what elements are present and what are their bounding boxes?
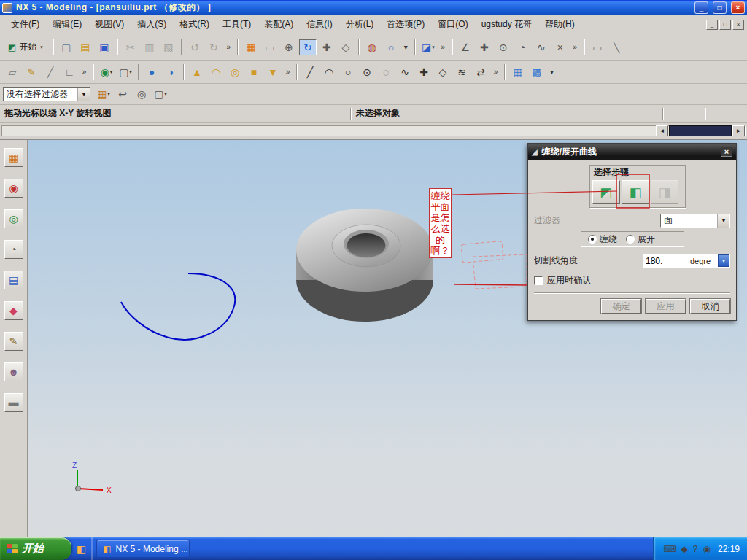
snap-center-icon[interactable]: ⊙ [495,39,512,55]
part-navigator-icon[interactable]: ◎ [4,209,23,228]
selection-filter-combo[interactable]: 没有选择过滤器 ▼ [3,87,90,101]
menu-item-12[interactable]: 帮助(H) [538,15,581,34]
spline-icon[interactable]: ∿ [396,64,414,80]
snap-point-icon[interactable]: ✚ [476,39,493,55]
mdi-minimize-button[interactable]: _ [706,20,718,30]
save-icon[interactable]: ▣ [96,39,113,55]
datum-plane-icon[interactable]: ▱ [4,64,21,80]
restore-button[interactable]: □ [713,1,727,14]
menu-item-0[interactable]: 文件(F) [4,15,46,34]
hole-icon[interactable]: ◎ [226,64,244,80]
menu-item-11[interactable]: ugstudy 花哥 [475,15,538,34]
circle-icon[interactable]: ○ [339,64,357,80]
dialog-titlebar[interactable]: ◢ 缠绕/展开曲线 × [528,144,736,160]
mdi-restore-button[interactable]: □ [719,20,731,30]
cut-angle-input[interactable] [643,256,690,266]
point-icon[interactable]: ✚ [415,64,433,80]
display-more-icon[interactable]: ▾ [401,39,411,55]
isometric-cube-icon[interactable]: ◑ [162,64,179,80]
wrap-radio[interactable] [588,235,597,244]
shaded-cube-icon[interactable]: ● [143,64,160,80]
palette-icon[interactable]: ◆ [4,301,23,320]
combo-arrow-icon[interactable]: ▼ [77,88,90,101]
task-button-nx[interactable]: ◧ NX 5 - Modeling ... [96,540,190,558]
menu-item-2[interactable]: 视图(V) [88,15,131,34]
ime-keyboard-icon[interactable]: ⌨ [663,544,676,554]
snap-toggle-icon[interactable]: ◎ [133,86,150,102]
open-icon[interactable]: ▤ [77,39,94,55]
sketch-icon[interactable]: ✎ [23,64,40,80]
snap-angle-icon[interactable]: ∠ [457,39,474,55]
rectangle-tool-icon[interactable]: ▢▾ [117,64,134,80]
snap-quadrant-icon[interactable]: ◔ [514,39,531,55]
apply-button[interactable]: 应用 [646,299,686,314]
constraint-navigator-icon[interactable]: ◉ [4,179,23,198]
step-curve-button[interactable]: ◨ [651,180,678,204]
roles-icon[interactable]: ☻ [4,362,23,381]
part-model[interactable] [296,209,433,322]
new-file-icon[interactable]: ▢ [58,39,75,55]
unwrap-radio-option[interactable]: 展开 [626,233,655,246]
nx-quicklaunch-icon[interactable]: ◧ [77,543,86,555]
snap-curve-icon[interactable]: ∿ [533,39,550,55]
reuse-library-icon[interactable]: ◔ [4,240,23,259]
datum-more-icon[interactable]: » [80,64,89,80]
offset-curve-icon[interactable]: ≋ [453,64,471,80]
ellipse-icon[interactable]: ◌ [377,64,395,80]
measure-distance-icon[interactable]: ▭ [589,39,606,55]
sound-tray-icon[interactable]: ◉ [703,544,710,554]
wrap-radio-option[interactable]: 缠绕 [588,233,617,246]
undo-icon[interactable]: ↺ [186,39,204,55]
perspective-icon[interactable]: ◇ [337,39,355,55]
sketch-curve[interactable] [121,273,235,340]
section-line-icon[interactable]: ╲ [608,39,625,55]
assembly-navigator-icon[interactable]: ▦ [4,148,23,167]
extrude-icon[interactable]: ▲ [188,64,206,80]
start-menu-button[interactable]: ◩开始▾ [3,39,48,55]
start-button[interactable]: 开始 [0,537,71,560]
shell-icon[interactable]: ▼ [264,64,282,80]
menu-item-8[interactable]: 分析(L) [339,15,381,34]
menu-item-3[interactable]: 插入(S) [131,15,173,34]
datum-csys-icon[interactable]: ∟ [61,64,78,80]
mirror-curve-icon[interactable]: ⇄ [472,64,489,80]
menu-item-10[interactable]: 窗口(O) [431,15,474,34]
point-constructor-icon[interactable]: ◉▾ [98,64,115,80]
zoom-icon[interactable]: ⊕ [280,39,298,55]
menu-item-6[interactable]: 装配(A) [258,15,300,34]
help-tray-icon[interactable]: ? [693,544,698,554]
surface-more-icon[interactable]: ▾ [547,64,557,80]
shaded-display-icon[interactable]: ◍ [363,39,381,55]
paste-icon[interactable]: ▧ [160,39,177,55]
edit-more-icon[interactable]: » [224,39,233,55]
polygon-icon[interactable]: ◇ [434,64,452,80]
cut-icon[interactable]: ✂ [122,39,139,55]
menu-item-5[interactable]: 工具(T) [216,15,258,34]
copy-icon[interactable]: ▥ [141,39,158,55]
snap-intersection-icon[interactable]: × [551,39,569,55]
through-curve-mesh-icon[interactable]: ▦ [509,64,527,80]
menu-item-9[interactable]: 首选项(P) [380,15,431,34]
cancel-button[interactable]: 取消 [690,299,730,314]
filter-grid-icon[interactable]: ▦▾ [95,86,112,102]
confirm-checkbox[interactable] [534,276,543,285]
feature-more-icon[interactable]: » [283,64,293,80]
revolve-icon[interactable]: ◠ [207,64,225,80]
menu-item-7[interactable]: 信息(I) [300,15,338,34]
scroll-right-icon[interactable]: ► [732,125,745,136]
circle-center-icon[interactable]: ⊙ [358,64,376,80]
ok-button[interactable]: 确定 [601,299,641,314]
block-icon[interactable]: ■ [245,64,263,80]
line-icon[interactable]: ╱ [301,64,319,80]
curve-more-icon[interactable]: » [491,64,500,80]
filter-combo[interactable]: 面 ▼ [660,214,730,228]
redo-icon[interactable]: ↻ [205,39,222,55]
dialog-close-button[interactable]: × [721,147,732,157]
filter-combo-arrow-icon[interactable]: ▼ [717,214,729,228]
menu-item-1[interactable]: 编辑(E) [46,15,88,34]
unwrap-radio[interactable] [626,235,635,244]
select-rect-icon[interactable]: ▢▾ [152,86,169,102]
zoom-window-icon[interactable]: ▭ [261,39,279,55]
horizontal-scrollbar-track[interactable] [1,125,746,136]
minimize-button[interactable]: _ [694,1,708,14]
